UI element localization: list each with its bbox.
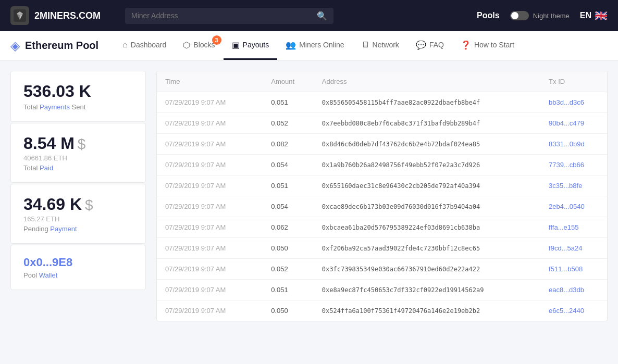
cell-tx-id[interactable]: bb3d...d3c6: [540, 92, 607, 113]
nav-item-how-to-start[interactable]: ❓ How to Start: [452, 31, 523, 60]
stats-sidebar: 536.03 K Total Payments Sent 8.54 M $ 40…: [10, 71, 146, 321]
nav-item-faq[interactable]: 💬 FAQ: [407, 31, 452, 60]
cell-tx-id[interactable]: f511...b508: [540, 259, 607, 280]
total-payments-card: 536.03 K Total Payments Sent: [10, 71, 146, 122]
nav-item-payouts[interactable]: ▣ Payouts: [224, 31, 278, 60]
flag-icon: 🇬🇧: [595, 9, 608, 22]
nav-item-blocks[interactable]: ⬡ Blocks 3: [175, 31, 223, 60]
nav-label-blocks: Blocks: [193, 41, 215, 49]
theme-toggle-switch[interactable]: [510, 11, 529, 20]
total-paid-label: Total Paid: [23, 164, 133, 172]
miners-icon: 👥: [286, 40, 296, 50]
night-theme-toggle[interactable]: Night theme: [510, 11, 570, 20]
cell-address: 0x8556505458115b4ff7aae82ac0922dbaefb8be…: [314, 92, 540, 113]
lang-code: EN: [580, 11, 591, 20]
cell-address: 0x1a9b760b26a82498756f49ebb52f07e2a3c7d9…: [314, 155, 540, 175]
cell-address: 0xbcaea61ba20d576795389224ef03d8691cb638…: [314, 217, 540, 238]
table-row: 07/29/2019 9:07 AM 0.051 0x655160daec31c…: [157, 175, 607, 196]
wallet-link[interactable]: Wallet: [39, 271, 58, 279]
total-paid-card: 8.54 M $ 40661.86 ETH Total Paid: [10, 123, 146, 183]
table-row: 07/29/2019 9:07 AM 0.052 0x7eebbd080c8eb…: [157, 113, 607, 134]
cell-amount: 0.051: [263, 280, 314, 300]
pending-eth: 165.27 ETH: [23, 215, 133, 223]
cell-tx-id[interactable]: eac8...d3db: [540, 280, 607, 300]
table-row: 07/29/2019 9:07 AM 0.050 0x524ffa6a100f7…: [157, 300, 607, 321]
search-area[interactable]: 🔍: [125, 8, 333, 24]
total-paid-unit: $: [78, 136, 86, 153]
cell-time: 07/29/2019 9:07 AM: [157, 259, 263, 280]
nav-item-miners-online[interactable]: 👥 Miners Online: [277, 31, 352, 60]
wallet-label: Pool Wallet: [23, 271, 133, 279]
wallet-address[interactable]: 0x0...9E8: [23, 256, 133, 269]
total-payments-value: 536.03 K: [23, 82, 133, 101]
col-tx-id: Tx ID: [540, 71, 607, 92]
payouts-table: Time Amount Address Tx ID 07/29/2019 9:0…: [157, 71, 607, 321]
cell-amount: 0.062: [263, 217, 314, 238]
wallet-card: 0x0...9E8 Pool Wallet: [10, 245, 146, 290]
total-paid-value: 8.54 M $: [23, 134, 133, 153]
cell-address: 0x8d46c6d0deb7df43762dc6b2e4b72bdaf024ea…: [314, 134, 540, 155]
nav-item-dashboard[interactable]: ⌂ Dashboard: [114, 31, 175, 60]
cell-time: 07/29/2019 9:07 AM: [157, 92, 263, 113]
cell-amount: 0.052: [263, 259, 314, 280]
cell-address: 0x3fc739835349e030ac667367910ed60d2e22a4…: [314, 259, 540, 280]
cell-address: 0x7eebbd080c8eb7f6cab8c371f31bafd9bb289b…: [314, 113, 540, 134]
search-icon: 🔍: [317, 11, 327, 21]
pending-card: 34.69 K $ 165.27 ETH Pending Payment: [10, 184, 146, 244]
cell-tx-id[interactable]: fffa...e155: [540, 217, 607, 238]
cell-tx-id[interactable]: e6c5...2440: [540, 300, 607, 321]
faq-icon: 💬: [416, 40, 426, 50]
cell-time: 07/29/2019 9:07 AM: [157, 134, 263, 155]
cell-time: 07/29/2019 9:07 AM: [157, 217, 263, 238]
nav-label-payouts: Payouts: [243, 41, 269, 49]
logo-text: 2MINERS.COM: [34, 10, 101, 21]
table-body: 07/29/2019 9:07 AM 0.051 0x8556505458115…: [157, 92, 607, 321]
how-to-start-icon: ❓: [461, 40, 471, 50]
cell-time: 07/29/2019 9:07 AM: [157, 196, 263, 217]
nav-label-miners-online: Miners Online: [299, 41, 344, 49]
nav-item-network[interactable]: 🖥 Network: [353, 31, 407, 60]
dashboard-icon: ⌂: [122, 40, 128, 49]
payments-link[interactable]: Payments: [40, 103, 70, 111]
table-row: 07/29/2019 9:07 AM 0.082 0x8d46c6d0deb7d…: [157, 134, 607, 155]
cell-tx-id[interactable]: 3c35...b8fe: [540, 175, 607, 196]
blocks-badge: 3: [212, 35, 221, 45]
table-row: 07/29/2019 9:07 AM 0.062 0xbcaea61ba20d5…: [157, 217, 607, 238]
paid-link[interactable]: Paid: [40, 164, 53, 172]
cell-amount: 0.054: [263, 155, 314, 175]
language-selector[interactable]: EN 🇬🇧: [580, 9, 608, 22]
cell-tx-id[interactable]: f9cd...5a24: [540, 238, 607, 259]
network-icon: 🖥: [361, 40, 369, 49]
cell-amount: 0.051: [263, 175, 314, 196]
cell-amount: 0.052: [263, 113, 314, 134]
payment-link[interactable]: Payment: [50, 225, 77, 233]
search-input[interactable]: [131, 11, 313, 20]
table-header-row: Time Amount Address Tx ID: [157, 71, 607, 92]
cell-time: 07/29/2019 9:07 AM: [157, 238, 263, 259]
pool-title-area: ◈ Ethereum Pool: [10, 39, 98, 53]
cell-amount: 0.054: [263, 196, 314, 217]
cell-address: 0x524ffa6a100f75361f49720476a146e2e19eb2…: [314, 300, 540, 321]
cell-amount: 0.050: [263, 238, 314, 259]
cell-tx-id[interactable]: 8331...0b9d: [540, 134, 607, 155]
pending-number: 34.69 K: [23, 195, 82, 214]
cell-tx-id[interactable]: 2eb4...0540: [540, 196, 607, 217]
nav-label-network: Network: [373, 41, 399, 49]
logo-area: 2MINERS.COM: [10, 6, 115, 25]
pools-link[interactable]: Pools: [477, 11, 500, 20]
table-row: 07/29/2019 9:07 AM 0.054 0x1a9b760b26a82…: [157, 155, 607, 175]
col-time: Time: [157, 71, 263, 92]
cell-time: 07/29/2019 9:07 AM: [157, 280, 263, 300]
cell-amount: 0.050: [263, 300, 314, 321]
total-payments-number: 536.03 K: [23, 82, 91, 101]
cell-tx-id[interactable]: 7739...cb66: [540, 155, 607, 175]
header: 2MINERS.COM 🔍 Pools Night theme EN 🇬🇧: [0, 0, 618, 31]
header-right: Pools Night theme EN 🇬🇧: [477, 9, 608, 22]
cell-address: 0xf206ba92ca57aad39022fde4c7230bbf12c8ec…: [314, 238, 540, 259]
cell-address: 0xcae89dec6b173b03e09d76030d016f37b9404a…: [314, 196, 540, 217]
cell-tx-id[interactable]: 90b4...c479: [540, 113, 607, 134]
nav-label-faq: FAQ: [429, 41, 444, 49]
table-row: 07/29/2019 9:07 AM 0.054 0xcae89dec6b173…: [157, 196, 607, 217]
nav-label-dashboard: Dashboard: [131, 41, 167, 49]
nav-bar: ◈ Ethereum Pool ⌂ Dashboard ⬡ Blocks 3 ▣…: [0, 31, 618, 60]
